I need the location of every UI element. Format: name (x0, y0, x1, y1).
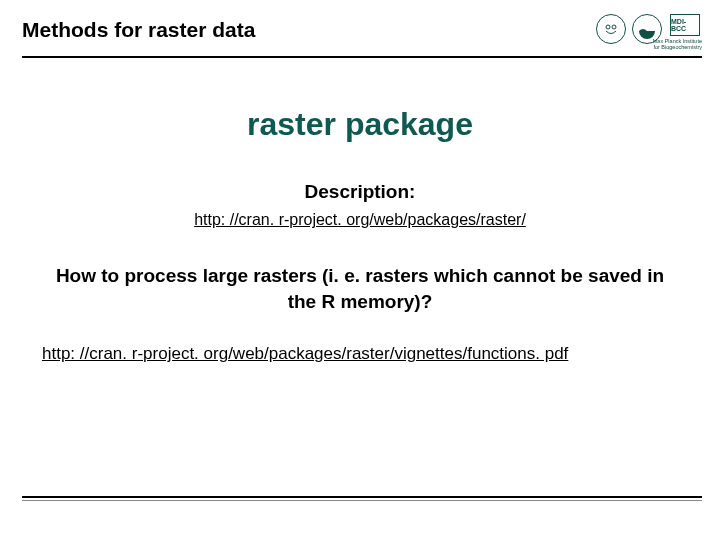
institute-logo-text: MDI-BCC (670, 14, 700, 36)
cran-package-link[interactable]: http: //cran. r-project. org/web/package… (194, 211, 526, 229)
description-label: Description: (40, 181, 680, 203)
header-divider (22, 56, 702, 58)
logo-group: MDI-BCC Max Planck Institute for Biogeoc… (596, 14, 702, 50)
owl-logo-icon (596, 14, 626, 44)
slide-body: raster package Description: http: //cran… (0, 106, 720, 364)
institute-logo: MDI-BCC Max Planck Institute for Biogeoc… (668, 14, 702, 50)
vignette-link[interactable]: http: //cran. r-project. org/web/package… (42, 344, 568, 363)
globe-logo-icon (632, 14, 662, 44)
slide-header: Methods for raster data MDI-BCC Max Plan… (0, 0, 720, 50)
caption-line2: for Biogeochemistry (653, 44, 702, 50)
footer-stub (22, 500, 102, 510)
package-title: raster package (40, 106, 680, 143)
svg-point-1 (612, 25, 616, 29)
question-text: How to process large rasters (i. e. rast… (40, 263, 680, 314)
slide-title: Methods for raster data (22, 14, 255, 42)
svg-point-0 (606, 25, 610, 29)
footer-divider (22, 496, 702, 498)
